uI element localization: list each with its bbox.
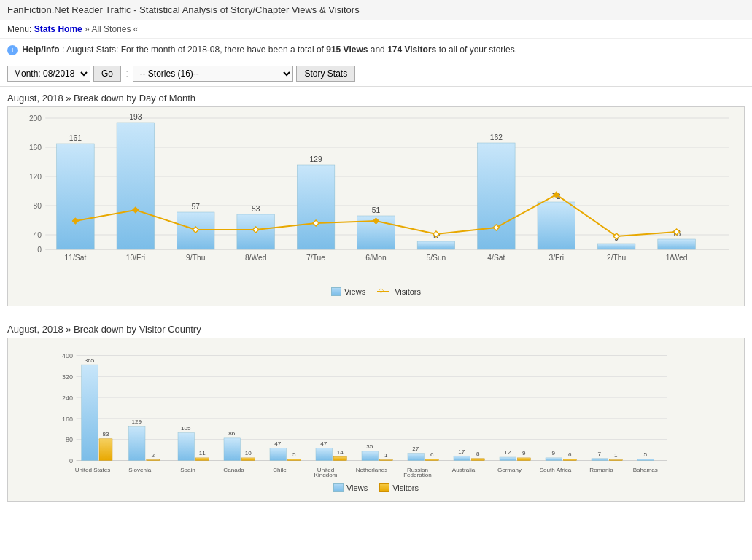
info-bar: i Help/Info : August Stats: For the mont…: [0, 39, 752, 61]
svg-rect-85: [241, 458, 255, 461]
svg-text:200: 200: [29, 114, 42, 122]
svg-rect-122: [563, 459, 576, 461]
divider: :: [125, 67, 128, 80]
svg-text:161: 161: [69, 134, 82, 142]
svg-rect-42: [658, 239, 696, 249]
legend-visitors-icon: ◇: [377, 287, 392, 297]
svg-text:1: 1: [614, 452, 618, 459]
svg-rect-125: [592, 459, 608, 461]
svg-text:Germany: Germany: [497, 467, 522, 473]
svg-text:3/Fri: 3/Fri: [549, 254, 564, 262]
svg-rect-36: [538, 202, 575, 249]
svg-text:United States: United States: [75, 467, 111, 473]
svg-text:Spain: Spain: [180, 467, 195, 473]
svg-text:Chile: Chile: [273, 467, 287, 473]
info-end: to all of your stories.: [439, 44, 517, 55]
svg-text:365: 365: [85, 357, 95, 364]
svg-text:4/Sat: 4/Sat: [487, 254, 505, 262]
svg-rect-110: [454, 456, 470, 460]
svg-text:12: 12: [504, 449, 511, 456]
svg-text:Netherlands: Netherlands: [356, 467, 388, 473]
chart1-legend: Views ◇ Visitors: [15, 282, 737, 298]
svg-rect-127: [609, 460, 622, 461]
svg-text:5: 5: [644, 451, 648, 458]
svg-text:6: 6: [568, 451, 572, 458]
svg-text:8/Wed: 8/Wed: [245, 254, 267, 262]
legend2-visitors-bar: [379, 483, 389, 492]
info-icon: i: [7, 45, 18, 55]
svg-rect-80: [195, 458, 209, 461]
svg-text:80: 80: [34, 202, 42, 210]
chart2-svg: 400 320 240 160 80 0 365 83 United State…: [15, 346, 708, 477]
svg-text:0: 0: [69, 457, 73, 464]
svg-text:7: 7: [598, 451, 602, 457]
svg-rect-68: [82, 365, 98, 460]
month-select[interactable]: Month: 08/2018: [7, 66, 90, 82]
svg-text:0: 0: [37, 246, 42, 254]
svg-text:193: 193: [129, 114, 142, 121]
chart1-section-title: August, 2018 » Break down by Day of Mont…: [0, 87, 752, 106]
page-title: FanFiction.Net Reader Traffic - Statisti…: [0, 0, 752, 20]
svg-text:320: 320: [62, 373, 73, 381]
stories-select[interactable]: -- Stories (16)--: [133, 66, 293, 82]
svg-rect-78: [178, 433, 195, 461]
info-mid: and: [371, 44, 387, 55]
svg-text:35: 35: [366, 443, 373, 450]
legend-visitors-label: Visitors: [395, 287, 421, 296]
svg-text:Bahamas: Bahamas: [633, 467, 658, 473]
go-button[interactable]: Go: [93, 66, 121, 82]
svg-text:14: 14: [337, 449, 344, 456]
chart1-area: 200 160 120 80 40 0 161 11/Sat 193 10/Fr…: [15, 114, 737, 282]
svg-rect-115: [500, 457, 516, 461]
chart2-inner: 400 320 240 160 80 0 365 83 United State…: [15, 346, 708, 479]
chart1-container: 200 160 120 80 40 0 161 11/Sat 193 10/Fr…: [7, 106, 745, 306]
svg-text:86: 86: [228, 430, 235, 437]
svg-rect-104: [408, 454, 425, 461]
svg-text:1/Wed: 1/Wed: [666, 254, 688, 262]
legend-visitors-item: ◇ Visitors: [377, 287, 421, 297]
svg-text:6: 6: [430, 451, 434, 458]
svg-rect-90: [287, 459, 301, 461]
svg-text:57: 57: [192, 203, 201, 211]
stats-home-link[interactable]: Stats Home: [34, 24, 82, 34]
svg-rect-33: [478, 143, 516, 249]
all-stories-text: All Stories: [91, 24, 131, 34]
svg-text:Kingdom: Kingdom: [314, 472, 338, 477]
svg-text:83: 83: [103, 431, 109, 438]
svg-rect-83: [224, 438, 241, 461]
story-stats-button[interactable]: Story Stats: [296, 66, 355, 82]
legend2-views-item: Views: [333, 483, 368, 492]
svg-rect-24: [297, 165, 335, 249]
svg-text:10: 10: [245, 450, 252, 456]
svg-text:2/Thu: 2/Thu: [607, 254, 626, 262]
info-text1: : August Stats: For the month of 2018-08…: [62, 44, 326, 55]
legend2-views-bar: [333, 483, 344, 492]
svg-text:129: 129: [309, 155, 322, 163]
views-count: 915 Views: [326, 44, 368, 55]
svg-rect-39: [597, 244, 635, 249]
svg-text:Federation: Federation: [403, 472, 432, 477]
legend-views-item: Views: [331, 287, 365, 297]
svg-text:11/Sat: 11/Sat: [65, 254, 87, 262]
svg-text:160: 160: [29, 144, 42, 152]
chart2-scroll[interactable]: 400 320 240 160 80 0 365 83 United State…: [15, 346, 737, 479]
chart2-container: 400 320 240 160 80 0 365 83 United State…: [7, 338, 745, 502]
svg-rect-93: [316, 448, 333, 460]
svg-text:80: 80: [66, 436, 73, 443]
svg-text:8: 8: [476, 451, 480, 457]
svg-text:47: 47: [320, 440, 327, 447]
chart2-legend: Views Visitors: [15, 479, 737, 494]
svg-text:9: 9: [552, 450, 556, 456]
menu-sep2: «: [133, 24, 139, 34]
svg-rect-15: [117, 122, 155, 249]
svg-text:53: 53: [252, 205, 260, 213]
legend-views-label: Views: [344, 287, 365, 296]
svg-text:10/Fri: 10/Fri: [126, 254, 145, 262]
svg-text:240: 240: [62, 394, 73, 402]
controls-bar: Month: 08/2018 Go : -- Stories (16)-- St…: [0, 61, 752, 87]
svg-text:9/Thu: 9/Thu: [186, 254, 205, 262]
svg-text:1: 1: [384, 452, 388, 459]
svg-text:9: 9: [522, 450, 526, 456]
svg-rect-112: [471, 459, 484, 461]
svg-text:Australia: Australia: [452, 467, 476, 473]
